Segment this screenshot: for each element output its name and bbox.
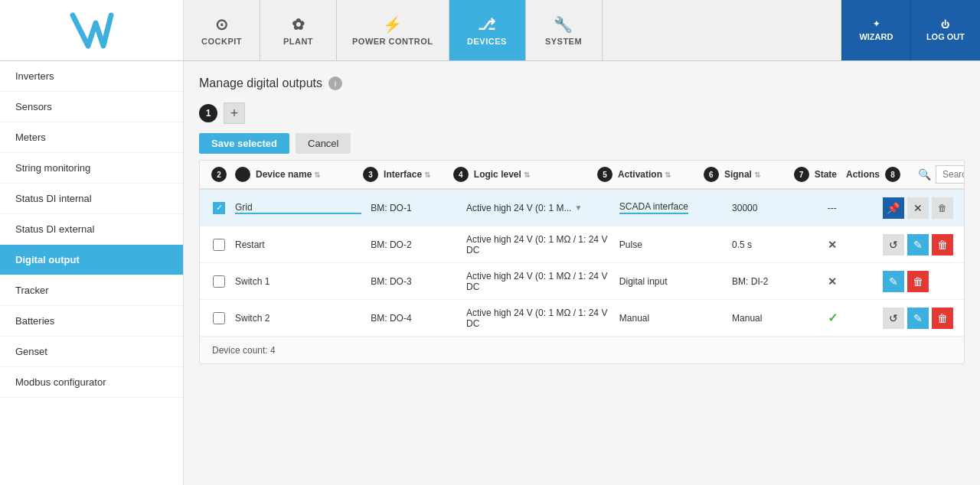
row-3-delete-button[interactable]: 🗑: [907, 271, 929, 292]
row-1-activation: SCADA interface: [619, 201, 688, 214]
row-2-interface: BM: DO-2: [371, 239, 411, 250]
badge-5: 5: [597, 167, 612, 182]
row-2-state-icon: ✕: [828, 239, 837, 251]
row-3-logic: Active high 24 V (0: 1 MΩ / 1: 24 V DC: [466, 271, 610, 292]
row-4-signal: Manual: [732, 313, 762, 324]
plant-icon: ✿: [292, 15, 305, 34]
col-header-actions: Actions 8: [841, 161, 918, 188]
row-4-logic: Active high 24 V (0: 1 MΩ / 1: 24 V DC: [466, 308, 610, 329]
app-logo: [69, 8, 115, 54]
row-3-checkbox-cell[interactable]: [207, 275, 230, 288]
device-count-row: Device count: 4: [200, 337, 964, 363]
sort-signal-icon[interactable]: ⇅: [754, 171, 760, 179]
row-2-checkbox-cell[interactable]: [207, 239, 230, 251]
sidebar-item-status-di-internal[interactable]: Status DI internal: [0, 184, 183, 214]
sidebar-item-digital-output[interactable]: Digital output: [0, 245, 183, 275]
row-1-logic-cell: Active high 24 V (0: 1 M... ▼: [462, 198, 615, 218]
badge-4: 4: [453, 167, 469, 182]
sidebar-item-status-di-external[interactable]: Status DI external: [0, 214, 183, 245]
row-1-checkbox-cell[interactable]: [207, 202, 230, 214]
row-3-edit-button[interactable]: ✎: [883, 271, 904, 292]
table-search: 🔍: [918, 165, 956, 184]
sort-interface-icon[interactable]: ⇅: [424, 171, 430, 179]
row-2-state-cell: ✕: [823, 234, 878, 256]
row-1-device-name-input[interactable]: [235, 202, 361, 214]
row-2-logic: Active high 24 V (0: 1 MΩ / 1: 24 V DC: [466, 234, 610, 256]
badge-3: 3: [363, 167, 378, 182]
row-2-activation: Pulse: [619, 239, 642, 250]
search-icon: 🔍: [918, 168, 931, 181]
col-header-logic: 4 Logic level ⇅: [449, 161, 593, 188]
row-4-action-buttons: ↺ ✎ 🗑: [883, 308, 953, 329]
row-4-checkbox-cell[interactable]: [207, 312, 230, 324]
sidebar-item-sensors[interactable]: Sensors: [0, 92, 183, 122]
sort-device-icon[interactable]: ⇅: [314, 171, 320, 179]
sidebar-item-inverters[interactable]: Inverters: [0, 61, 183, 92]
table-body: BM: DO-1 Active high 24 V (0: 1 M... ▼ S…: [200, 190, 964, 337]
sort-logic-icon[interactable]: ⇅: [524, 171, 530, 179]
row-2-restart-button[interactable]: ↺: [883, 234, 904, 256]
info-icon[interactable]: i: [328, 76, 342, 90]
cockpit-icon: ⊙: [215, 15, 229, 34]
row-3-state-cell: ✕: [823, 271, 878, 292]
row-3-signal: BM: DI-2: [732, 276, 768, 287]
sidebar-item-batteries[interactable]: Batteries: [0, 306, 183, 337]
power-control-icon: ⚡: [383, 15, 403, 34]
row-1-action-buttons: 📌 ✕ 🗑: [883, 197, 953, 219]
row-2-action-buttons: ↺ ✎ 🗑: [883, 234, 953, 256]
row-4-delete-button[interactable]: 🗑: [932, 308, 953, 329]
row-1-pin-button[interactable]: 📌: [883, 197, 904, 219]
row-1-signal: 30000: [732, 203, 757, 213]
row-1-logic-dropdown-arrow[interactable]: ▼: [574, 203, 582, 212]
system-icon: 🔧: [554, 15, 573, 34]
row-1-checkbox[interactable]: [213, 202, 225, 214]
row-3-device-name: Switch 1: [235, 276, 270, 287]
nav-tab-system[interactable]: 🔧 SYSTEM: [526, 0, 603, 60]
sidebar: Inverters Sensors Meters String monitori…: [0, 61, 184, 485]
sidebar-item-tracker[interactable]: Tracker: [0, 275, 183, 306]
sidebar-item-modbus-configurator[interactable]: Modbus configurator: [0, 367, 183, 398]
sort-activation-icon[interactable]: ⇅: [665, 171, 671, 179]
nav-tab-cockpit-label: COCKPIT: [201, 37, 242, 46]
cancel-button[interactable]: Cancel: [296, 133, 351, 154]
row-2-signal-cell: 0.5 s: [727, 235, 823, 255]
row-4-edit-button[interactable]: ✎: [907, 308, 929, 329]
badge-2: 2: [211, 167, 227, 182]
row-3-checkbox[interactable]: [213, 275, 225, 288]
nav-tab-devices[interactable]: ⎇ DEVICES: [449, 0, 526, 60]
row-2-logic-cell: Active high 24 V (0: 1 MΩ / 1: 24 V DC: [462, 229, 615, 260]
row-1-signal-cell: 30000: [727, 198, 823, 218]
page-title: Manage digital outputs: [199, 76, 322, 90]
step-badge-1: 1: [199, 104, 217, 122]
search-input[interactable]: [936, 165, 965, 184]
row-3-logic-cell: Active high 24 V (0: 1 MΩ / 1: 24 V DC: [462, 266, 615, 297]
row-4-restart-button[interactable]: ↺: [883, 308, 904, 329]
row-2-edit-button[interactable]: ✎: [907, 234, 929, 256]
wizard-button[interactable]: ✦ WIZARD: [841, 0, 910, 60]
nav-tabs: ⊙ COCKPIT ✿ PLANT ⚡ POWER CONTROL ⎇ DEVI…: [184, 0, 841, 60]
sidebar-item-genset[interactable]: Genset: [0, 337, 183, 367]
sidebar-item-meters[interactable]: Meters: [0, 122, 183, 153]
row-1-state-cell: ---: [823, 198, 878, 218]
table-row: Switch 2 BM: DO-4 Active high 24 V (0: 1…: [200, 300, 964, 337]
nav-tab-cockpit[interactable]: ⊙ COCKPIT: [184, 0, 260, 60]
logout-button[interactable]: ⏻ LOG OUT: [910, 0, 980, 60]
row-3-action-buttons: ✎ 🗑: [883, 271, 929, 292]
row-2-checkbox[interactable]: [213, 239, 225, 251]
nav-tab-power-control[interactable]: ⚡ POWER CONTROL: [337, 0, 449, 60]
save-selected-button[interactable]: Save selected: [199, 133, 289, 154]
row-2-delete-button[interactable]: 🗑: [932, 234, 953, 256]
badge-noshow: [235, 167, 250, 182]
nav-tab-power-control-label: POWER CONTROL: [352, 37, 433, 46]
row-1-actions-cell: 📌 ✕ 🗑: [878, 193, 956, 223]
row-4-checkbox[interactable]: [213, 312, 225, 324]
row-3-activation: Digital input: [619, 276, 668, 287]
row-3-signal-cell: BM: DI-2: [727, 272, 823, 291]
sidebar-item-string-monitoring[interactable]: String monitoring: [0, 153, 183, 184]
row-1-delete-button[interactable]: 🗑: [932, 197, 953, 219]
row-4-state-icon: ✓: [828, 311, 838, 325]
row-2-signal: 0.5 s: [732, 239, 752, 250]
nav-tab-plant[interactable]: ✿ PLANT: [260, 0, 337, 60]
row-1-close-button[interactable]: ✕: [907, 197, 929, 219]
add-button[interactable]: +: [224, 103, 245, 124]
